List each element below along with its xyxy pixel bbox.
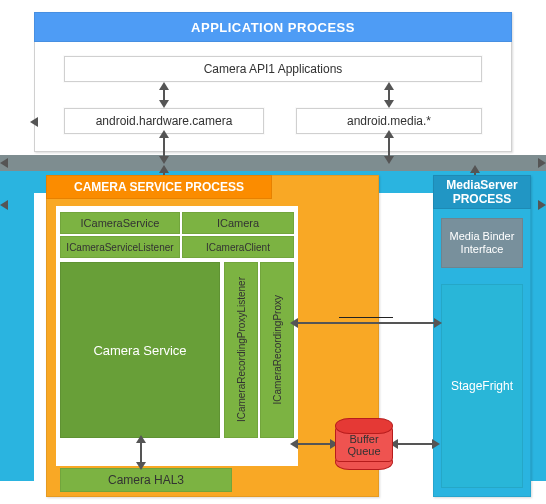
application-process-title-text: APPLICATION PROCESS bbox=[191, 20, 355, 35]
camera-service-box: Camera Service bbox=[60, 262, 220, 438]
icamera-label: ICamera bbox=[217, 217, 259, 229]
mediaserver-process-title: MediaServer PROCESS bbox=[433, 175, 531, 209]
diagram-stage: APPLICATION PROCESS Camera API1 Applicat… bbox=[0, 0, 546, 504]
buffer-queue-label: Buffer Queue bbox=[335, 433, 393, 457]
camera-api1-box: Camera API1 Applications bbox=[64, 56, 482, 82]
arrow-api-to-hw-head-up bbox=[159, 82, 169, 90]
arrow-cs-to-hal-down bbox=[136, 462, 146, 470]
camera-service-process-title: CAMERA SERVICE PROCESS bbox=[46, 175, 272, 199]
camera-hal3-box: Camera HAL3 bbox=[60, 468, 232, 492]
arrow-to-buffer-left bbox=[296, 443, 332, 445]
gray-strip-top bbox=[0, 155, 546, 171]
arrow-media-down-head-up bbox=[384, 130, 394, 138]
arrow-to-buffer-right-r bbox=[432, 439, 440, 449]
arrow-hw-down bbox=[163, 136, 165, 158]
icamera-box: ICamera bbox=[182, 212, 294, 234]
arrow-hw-down-head-down bbox=[159, 156, 169, 164]
hw-edge-left-head bbox=[30, 117, 38, 127]
icameraservice-box: ICameraService bbox=[60, 212, 180, 234]
icameraservice-label: ICameraService bbox=[81, 217, 160, 229]
stagefright-box: StageFright bbox=[441, 284, 523, 488]
buffer-queue-cylinder: Buffer Queue bbox=[335, 418, 393, 470]
proxy-label: ICameraRecordingProxy bbox=[272, 295, 283, 405]
struck-label: —————— bbox=[324, 310, 408, 324]
icameraclient-box: ICameraClient bbox=[182, 236, 294, 258]
arrow-media-down bbox=[388, 136, 390, 158]
cylinder-top bbox=[335, 418, 393, 434]
arrow-gray-to-csp-up bbox=[159, 165, 169, 173]
gray-top-right-head bbox=[538, 158, 546, 168]
camera-service-label: Camera Service bbox=[93, 343, 186, 358]
arrow-hw-down-head-up bbox=[159, 130, 169, 138]
arrow-api-to-media-head-down bbox=[384, 100, 394, 108]
hardware-camera-label: android.hardware.camera bbox=[96, 114, 233, 128]
proxy-box: ICameraRecordingProxy bbox=[260, 262, 294, 438]
camera-service-process-title-text: CAMERA SERVICE PROCESS bbox=[74, 180, 244, 194]
application-process-title: APPLICATION PROCESS bbox=[34, 12, 512, 42]
arrow-to-buffer-right bbox=[396, 443, 434, 445]
media-binder-label: Media Binder Interface bbox=[442, 230, 522, 256]
arrow-media-down-head-down bbox=[384, 156, 394, 164]
arrow-cs-to-hal bbox=[140, 440, 142, 464]
gray-top-left-head bbox=[0, 158, 8, 168]
camera-hal3-label: Camera HAL3 bbox=[108, 473, 184, 487]
android-media-label: android.media.* bbox=[347, 114, 431, 128]
proxy-listener-label: ICameraRecordingProxyListener bbox=[236, 277, 247, 422]
gray-bot-right-head bbox=[538, 200, 546, 210]
arrow-api-to-media-head-up bbox=[384, 82, 394, 90]
arrow-to-buffer-left-l bbox=[290, 439, 298, 449]
icameraservicelistener-label: ICameraServiceListener bbox=[66, 242, 173, 253]
icameraservicelistener-box: ICameraServiceListener bbox=[60, 236, 180, 258]
stagefright-label: StageFright bbox=[451, 379, 513, 393]
media-binder-box: Media Binder Interface bbox=[441, 218, 523, 268]
arrow-cs-to-hal-up bbox=[136, 435, 146, 443]
mediaserver-process-title-text: MediaServer PROCESS bbox=[434, 178, 530, 206]
camera-api1-label: Camera API1 Applications bbox=[204, 62, 343, 76]
icameraclient-label: ICameraClient bbox=[206, 242, 270, 253]
arrow-proxy-to-stage-l bbox=[290, 318, 298, 328]
struck-label-text: —————— bbox=[339, 312, 393, 322]
arrow-proxy-to-stage-r bbox=[434, 318, 442, 328]
arrow-gray-to-msp-up bbox=[470, 165, 480, 173]
proxy-listener-box: ICameraRecordingProxyListener bbox=[224, 262, 258, 438]
arrow-api-to-hw-head-down bbox=[159, 100, 169, 108]
gray-bot-left-head bbox=[0, 200, 8, 210]
